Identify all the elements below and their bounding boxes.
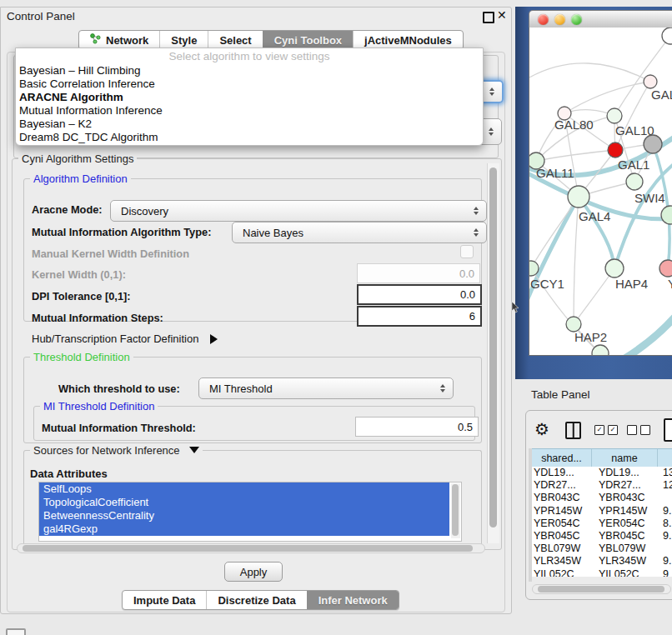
partial-checkbox[interactable]: [6, 628, 26, 635]
column-header-name[interactable]: name: [592, 449, 658, 468]
expander-right-arrow-icon: [210, 334, 218, 344]
network-edge[interactable]: [536, 150, 615, 161]
cyni-bottom-tabbar: Impute Data Discretize Data Infer Networ…: [122, 590, 399, 610]
tab-jactivemnodules[interactable]: jActiveMNodules: [353, 31, 463, 49]
sources-expander[interactable]: Sources for Network Inference: [30, 444, 203, 457]
which-threshold-combobox[interactable]: MI Threshold: [198, 378, 454, 399]
table-row[interactable]: YPR145WYPR145W9.: [532, 505, 672, 518]
network-node[interactable]: [661, 206, 672, 224]
manual-kernel-checkbox[interactable]: [460, 245, 474, 258]
network-node-gal4[interactable]: [568, 186, 589, 208]
tab-cyni-toolbox[interactable]: Cyni Toolbox: [263, 31, 353, 49]
tab-infer-network[interactable]: Infer Network: [307, 591, 399, 609]
network-node[interactable]: [662, 28, 672, 44]
table-row[interactable]: YDR27...YDR27...12: [532, 479, 672, 492]
table-row[interactable]: YDL19...YDL19...13: [532, 467, 672, 479]
network-edge[interactable]: [531, 197, 579, 268]
tab-discretize-data[interactable]: Discretize Data: [206, 591, 306, 609]
table-cell: 12: [663, 479, 672, 492]
dropdown-option[interactable]: Mutual Information Inference: [16, 104, 483, 118]
table-cell: 9.: [663, 530, 671, 542]
table-row[interactable]: YER054CYER054C8.: [532, 518, 672, 530]
algorithm-dropdown-popup: Select algorithm to view settings Bayesi…: [15, 48, 484, 146]
network-node-hap4[interactable]: [605, 259, 624, 278]
settings-gear-icon[interactable]: ⚙: [534, 419, 549, 439]
table-cell: 13: [663, 467, 672, 479]
mi-type-combobox[interactable]: Naive Bayes: [232, 222, 487, 243]
settings-scrollbar-thumb[interactable]: [489, 168, 497, 528]
table-horizontal-scrollbar[interactable]: [532, 584, 671, 594]
mi-threshold-field[interactable]: 0.5: [355, 417, 479, 437]
column-layout-icon[interactable]: [565, 422, 581, 439]
table-row[interactable]: YLR345WYLR345W9.: [532, 555, 672, 568]
export-table-icon[interactable]: [664, 418, 672, 442]
network-node-gal10[interactable]: [607, 108, 622, 123]
table-cell: YIL052C: [599, 568, 639, 578]
network-window-titlebar[interactable]: [529, 10, 672, 29]
close-icon[interactable]: ✕: [497, 8, 507, 22]
network-node-gal7[interactable]: [644, 75, 657, 88]
table-row[interactable]: YBL079WYBL079W: [532, 542, 672, 555]
close-traffic-light-icon[interactable]: [538, 14, 549, 25]
table-cell: YDR27...: [534, 479, 576, 492]
dropdown-option-aracne[interactable]: ARACNE Algorithm: [16, 91, 483, 104]
mi-threshold-group-title: MI Threshold Definition: [40, 400, 158, 412]
tab-impute-data[interactable]: Impute Data: [123, 591, 206, 609]
hub-factor-label: Hub/Transcription Factor Definition: [32, 332, 198, 345]
tab-network[interactable]: Network: [79, 31, 159, 49]
network-edge[interactable]: [529, 63, 650, 82]
network-edge[interactable]: [574, 268, 614, 324]
attribute-list-scrollbar[interactable]: [451, 483, 460, 538]
network-edge[interactable]: [619, 308, 672, 355]
attribute-item-selected[interactable]: TopologicalCoefficient: [39, 496, 449, 509]
network-graph-icon: [90, 33, 101, 47]
settings-vertical-scrollbar[interactable]: [487, 163, 499, 543]
dropdown-option[interactable]: Basic Correlation Inference: [16, 78, 483, 91]
apply-button[interactable]: Apply: [224, 562, 283, 582]
settings-hscrollbar-thumb[interactable]: [23, 545, 473, 552]
network-view-canvas[interactable]: GAL7GAL80GAL10GAL1GAL11SWI4GAL4GCY1HAP4Y…: [529, 28, 672, 356]
which-threshold-value: MI Threshold: [209, 382, 273, 395]
network-node-gal1[interactable]: [608, 142, 623, 158]
network-node-swi4[interactable]: [626, 173, 643, 190]
table-row[interactable]: YIL052CYIL052C9: [532, 568, 672, 578]
table-row[interactable]: YBR043CYBR043C: [532, 492, 672, 504]
table-cell: YBR045C: [534, 530, 580, 542]
dropdown-option[interactable]: Dream8 DC_TDC Algorithm: [16, 131, 483, 144]
network-edge[interactable]: [614, 36, 670, 116]
table-cell: YLR345W: [599, 555, 646, 568]
select-all-icon[interactable]: ✓✓: [594, 425, 618, 435]
mi-steps-field[interactable]: 6: [357, 306, 482, 327]
dropdown-option[interactable]: Bayesian – K2: [16, 118, 483, 131]
maximize-traffic-light-icon[interactable]: [571, 14, 582, 25]
network-edge[interactable]: [564, 82, 650, 113]
network-node[interactable]: [592, 345, 609, 355]
network-graph[interactable]: GAL7GAL80GAL10GAL1GAL11SWI4GAL4GCY1HAP4Y…: [529, 28, 672, 355]
attribute-item-selected[interactable]: SelfLoops: [39, 482, 449, 496]
tab-style[interactable]: Style: [159, 31, 208, 49]
aracne-mode-combobox[interactable]: Discovery: [110, 200, 487, 222]
table-cell: YLR345W: [534, 555, 581, 568]
settings-horizontal-scrollbar[interactable]: [17, 543, 485, 553]
table-cell: YDR27...: [599, 479, 641, 492]
table-row[interactable]: YBR045CYBR045C9.: [532, 530, 672, 542]
dpi-tolerance-field[interactable]: 0.0: [357, 284, 482, 305]
column-header-partial[interactable]: [658, 449, 672, 468]
tab-select[interactable]: Select: [208, 31, 262, 49]
hub-factor-expander[interactable]: Hub/Transcription Factor Definition: [32, 332, 218, 345]
network-node-label: GAL1: [618, 158, 649, 172]
network-node-y[interactable]: [659, 260, 672, 277]
attribute-item-selected[interactable]: gal4RGexp: [39, 522, 449, 536]
minimize-traffic-light-icon[interactable]: [554, 14, 565, 25]
table-hscrollbar-thumb[interactable]: [538, 586, 664, 592]
deselect-all-icon[interactable]: [627, 425, 650, 435]
float-window-icon[interactable]: [483, 12, 494, 23]
table-cell: YBR043C: [534, 492, 580, 504]
aracne-mode-label: Aracne Mode:: [32, 203, 103, 216]
kernel-width-field[interactable]: 0.0: [357, 263, 480, 283]
dropdown-option[interactable]: Bayesian – Hill Climbing: [16, 64, 483, 78]
aracne-mode-value: Discovery: [121, 205, 168, 218]
column-header-shared[interactable]: shared...: [532, 449, 592, 468]
network-node[interactable]: [644, 135, 662, 153]
attribute-item-selected[interactable]: BetweennessCentrality: [39, 509, 449, 522]
